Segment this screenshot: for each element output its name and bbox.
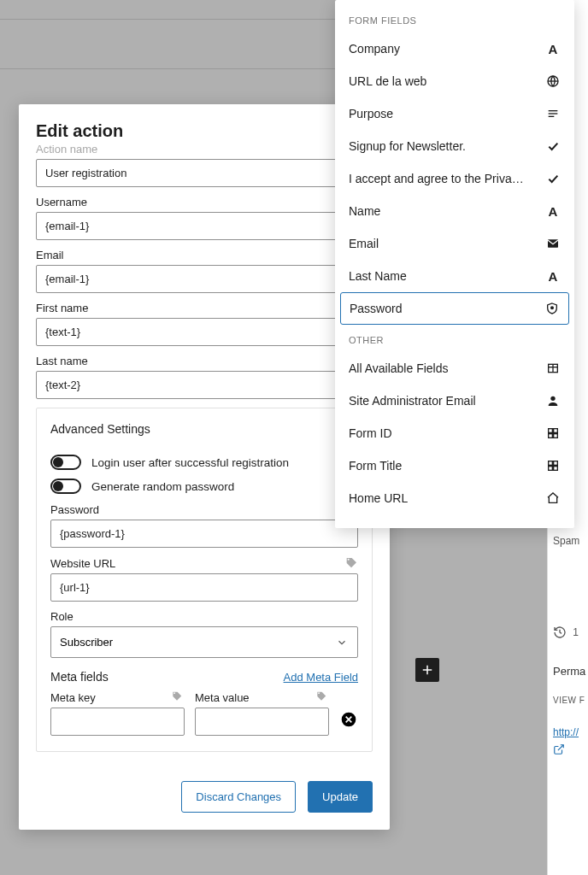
popover-item-label: Password: [350, 302, 402, 315]
role-select[interactable]: Subscriber: [50, 626, 358, 658]
popover-item-label: Site Administrator Email: [349, 394, 476, 408]
popover-item[interactable]: Purpose: [337, 97, 573, 130]
popover-item[interactable]: Site Administrator Email: [337, 385, 573, 417]
letter-a-icon: A: [545, 268, 561, 284]
permalink-label: Perma: [553, 665, 585, 678]
meta-fields-label: Meta fields: [50, 670, 109, 684]
add-meta-field-button[interactable]: Add Meta Field: [284, 671, 358, 684]
first-name-label: First name: [36, 302, 373, 314]
advanced-settings-heading: Advanced Settings: [37, 408, 372, 449]
grid-icon: [545, 426, 561, 441]
popover-item-label: Purpose: [349, 107, 393, 120]
popover-item[interactable]: Email: [337, 227, 573, 260]
globe-icon: [545, 73, 561, 89]
password-label: Password: [50, 503, 99, 516]
modal-title: Edit action: [36, 121, 373, 141]
letter-a-icon: A: [545, 203, 561, 219]
role-label: Role: [50, 610, 358, 623]
svg-line-0: [558, 745, 563, 750]
popover-item-label: Name: [349, 204, 380, 218]
url-link[interactable]: http://: [553, 726, 579, 738]
advanced-settings-panel: Advanced Settings Login user after succe…: [36, 408, 373, 752]
meta-key-label: Meta key: [50, 691, 96, 704]
popover-section-form-fields: Form Fields: [335, 10, 574, 32]
action-name-label: Action name: [36, 143, 373, 156]
popover-item[interactable]: Signup for Newsletter.: [337, 130, 573, 162]
table-icon: [545, 361, 561, 376]
field-picker-popover: Form Fields CompanyAURL de la webPurpose…: [335, 0, 574, 528]
view-label: VIEW F: [553, 696, 585, 705]
remove-meta-row-button[interactable]: [339, 710, 358, 729]
popover-section-other: Other: [335, 330, 574, 352]
edit-action-modal: Edit action Action name Username Email F…: [19, 104, 390, 830]
add-block-button[interactable]: [415, 658, 439, 682]
spam-label: Spam: [553, 535, 579, 547]
svg-point-10: [551, 307, 554, 309]
shield-icon: [544, 301, 560, 316]
website-url-label: Website URL: [50, 557, 115, 570]
login-after-register-label: Login user after successful registration: [91, 456, 289, 469]
meta-key-input[interactable]: [50, 708, 185, 736]
popover-item-label: Signup for Newsletter.: [349, 139, 466, 153]
lines-icon: [545, 106, 561, 121]
popover-item[interactable]: Home URL: [337, 482, 573, 514]
svg-rect-17: [549, 434, 553, 438]
mail-icon: [545, 236, 561, 251]
popover-item-label: All Available Fields: [349, 361, 448, 375]
last-name-input[interactable]: [36, 371, 373, 399]
svg-point-14: [550, 396, 555, 401]
popover-item-label: Last Name: [349, 269, 407, 283]
svg-rect-18: [554, 434, 558, 438]
svg-rect-20: [554, 461, 558, 466]
popover-item-label: Email: [349, 237, 379, 250]
svg-rect-16: [554, 429, 558, 433]
generate-random-password-label: Generate random password: [91, 480, 234, 493]
letter-a-icon: A: [545, 41, 561, 56]
popover-item-label: URL de la web: [349, 74, 426, 88]
popover-item[interactable]: I accept and agree to the Privacy Pol...: [337, 162, 573, 195]
meta-value-label: Meta value: [195, 691, 250, 704]
popover-item[interactable]: CompanyA: [337, 32, 573, 65]
tag-icon[interactable]: [171, 690, 185, 704]
svg-rect-19: [549, 461, 553, 466]
revisions-label: 1: [553, 625, 579, 639]
popover-item[interactable]: Last NameA: [337, 260, 573, 292]
popover-item[interactable]: URL de la web: [337, 65, 573, 97]
popover-item[interactable]: Password: [340, 292, 569, 325]
login-after-register-toggle[interactable]: [50, 455, 81, 470]
check-icon: [545, 138, 561, 154]
tag-icon[interactable]: [315, 690, 329, 704]
external-icon: [553, 743, 565, 755]
password-input[interactable]: [50, 520, 358, 548]
username-input[interactable]: [36, 212, 373, 240]
tag-icon[interactable]: [344, 556, 358, 570]
grid-icon: [545, 458, 561, 473]
email-label: Email: [36, 249, 373, 261]
home-icon: [545, 490, 561, 506]
popover-item[interactable]: Form Title: [337, 449, 573, 482]
generate-random-password-toggle[interactable]: [50, 479, 81, 494]
popover-item-label: Form ID: [349, 426, 392, 440]
popover-item[interactable]: NameA: [337, 195, 573, 227]
popover-item-label: Home URL: [349, 491, 408, 505]
svg-rect-15: [549, 429, 553, 433]
website-url-input[interactable]: [50, 573, 358, 602]
history-icon: [553, 625, 567, 639]
check-icon: [545, 171, 561, 186]
svg-rect-22: [554, 467, 558, 471]
popover-item-label: Company: [349, 42, 400, 56]
popover-item-label: Form Title: [349, 459, 402, 473]
meta-value-input[interactable]: [195, 708, 329, 736]
popover-item[interactable]: All Available Fields: [337, 352, 573, 385]
popover-item[interactable]: Form ID: [337, 417, 573, 449]
email-input[interactable]: [36, 265, 373, 293]
first-name-input[interactable]: [36, 318, 373, 346]
update-button[interactable]: Update: [308, 781, 373, 813]
svg-rect-21: [549, 467, 553, 471]
discard-changes-button[interactable]: Discard Changes: [181, 781, 296, 813]
popover-item-label: I accept and agree to the Privacy Pol...: [349, 172, 528, 185]
last-name-label: Last name: [36, 355, 373, 367]
user-icon: [545, 393, 561, 408]
action-name-input[interactable]: [36, 159, 373, 187]
username-label: Username: [36, 196, 373, 208]
